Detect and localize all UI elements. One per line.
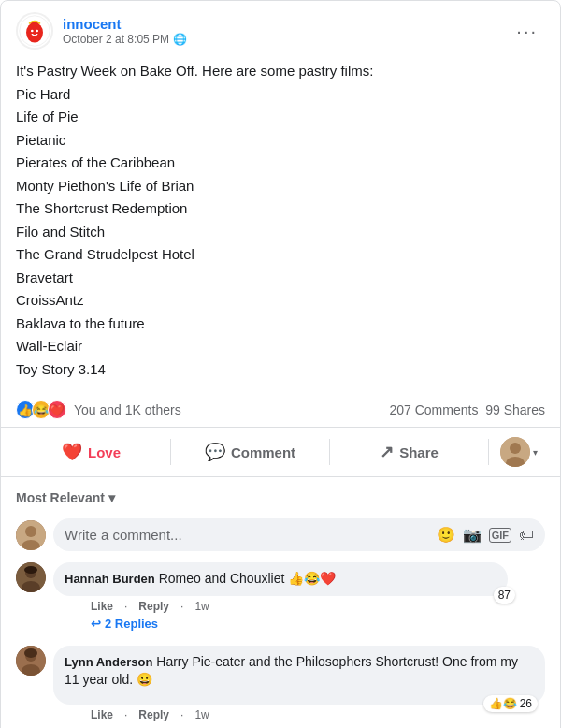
post-date: October 2 at 8:05 PM 🌐	[63, 33, 187, 46]
svg-point-5	[36, 30, 38, 33]
hannah-reaction-badge: 87	[494, 587, 515, 604]
hannah-name[interactable]: Hannah Burden	[65, 572, 155, 586]
love-emoji: ❤️	[48, 400, 66, 419]
film-item-11: Baklava to the future	[16, 313, 545, 335]
lynn-like-emoji: 👍😂	[489, 697, 517, 710]
dot-separator-4: ·	[180, 708, 183, 721]
share-label: Share	[399, 444, 439, 460]
action-bar: ❤️ Love 💬 Comment ↗ Share ▾	[1, 428, 560, 477]
gif-icon[interactable]: GIF	[489, 528, 511, 543]
post-header-left: innocent October 2 at 8:05 PM 🌐	[16, 12, 187, 50]
comments-filter[interactable]: Most Relevant ▾	[16, 485, 545, 511]
film-item-3: Pietanic	[16, 130, 545, 152]
film-item-12: Wall-Eclair	[16, 336, 545, 357]
profile-action-button[interactable]: ▾	[493, 431, 545, 473]
film-item-7: Filo and Stitch	[16, 222, 545, 243]
lynn-avatar	[16, 646, 46, 676]
divider-2	[329, 439, 330, 465]
film-item-4: Pierates of the Caribbean	[16, 153, 545, 174]
camera-icon[interactable]: 📷	[463, 526, 482, 544]
comment-item-hannah: Hannah Burden Romeo and Chouxliet 👍😂❤️ 8…	[16, 562, 545, 634]
post-intro: It's Pastry Week on Bake Off. Here are s…	[16, 61, 545, 82]
lynn-comment-bubble: Lynn Anderson Harry Pie-eater and the Ph…	[53, 646, 545, 705]
film-item-10: CroissAntz	[16, 290, 545, 312]
lynn-comment-actions: Like · Reply · 1w	[91, 708, 545, 728]
comments-count[interactable]: 207 Comments	[389, 402, 478, 417]
svg-point-19	[24, 648, 37, 658]
hannah-reaction-count: 87	[498, 589, 511, 602]
brand-avatar[interactable]	[16, 12, 53, 50]
emoji-icon[interactable]: 🙂	[437, 526, 455, 544]
share-icon: ↗	[380, 442, 394, 462]
post-card: innocent October 2 at 8:05 PM 🌐 ··· It's…	[0, 0, 561, 728]
sticker-icon[interactable]: 🏷	[519, 527, 534, 544]
film-item-1: Pie Hard	[16, 84, 545, 106]
hannah-reply-link[interactable]: Reply	[138, 600, 169, 613]
reactions-bar: 👍 😂 ❤️ You and 1K others 207 Comments 99…	[1, 393, 560, 428]
film-list: Pie Hard Life of Pie Pietanic Pierates o…	[16, 84, 545, 381]
love-label: Love	[88, 444, 121, 460]
comment-input-row: Write a comment... 🙂 📷 GIF 🏷	[16, 518, 545, 551]
svg-point-10	[25, 526, 36, 537]
globe-icon: 🌐	[173, 33, 187, 46]
reaction-count: You and 1K others	[74, 402, 181, 417]
replies-toggle[interactable]: ↩ 2 Replies	[91, 617, 545, 631]
film-item-9: Bravetart	[16, 268, 545, 289]
lynn-time: 1w	[194, 708, 209, 721]
lynn-name[interactable]: Lynn Anderson	[65, 655, 152, 669]
comment-icon: 💬	[205, 442, 225, 462]
svg-point-4	[31, 30, 34, 33]
replies-count: 2 Replies	[105, 617, 158, 631]
hannah-text: Romeo and Chouxliet	[159, 571, 289, 586]
lynn-like-link[interactable]: Like	[91, 708, 113, 721]
more-options-button[interactable]: ···	[509, 17, 545, 46]
commenter-avatar	[16, 520, 46, 550]
film-item-13: Toy Story 3.14	[16, 359, 545, 381]
filter-label: Most Relevant	[16, 490, 105, 505]
share-button[interactable]: ↗ Share	[334, 434, 484, 470]
comment-item-lynn: Lynn Anderson Harry Pie-eater and the Ph…	[16, 646, 545, 728]
lynn-reply-link[interactable]: Reply	[138, 708, 169, 721]
hannah-comment-bubble: Hannah Burden Romeo and Chouxliet 👍😂❤️ 8…	[53, 562, 508, 596]
comment-placeholder: Write a comment...	[65, 527, 182, 543]
shares-count[interactable]: 99 Shares	[485, 402, 545, 417]
post-author[interactable]: innocent	[63, 16, 187, 33]
lynn-reaction-count: 26	[520, 697, 532, 710]
filter-chevron-icon: ▾	[108, 490, 115, 505]
lynn-reaction-badge: 👍😂 26	[483, 695, 538, 712]
heart-icon: ❤️	[62, 442, 82, 462]
user-mini-avatar	[500, 437, 530, 467]
comment-input-box[interactable]: Write a comment... 🙂 📷 GIF 🏷	[53, 518, 545, 551]
comment-input-icons: 🙂 📷 GIF 🏷	[437, 526, 534, 544]
reply-arrow-icon: ↩	[91, 617, 101, 631]
dot-separator-1: ·	[124, 600, 127, 613]
dot-separator-3: ·	[124, 708, 127, 721]
comment-button[interactable]: 💬 Comment	[175, 434, 325, 470]
hannah-comment-actions: Like · Reply · 1w	[91, 600, 545, 613]
comment-label: Comment	[231, 444, 295, 460]
emoji-stack: 👍 😂 ❤️	[16, 400, 66, 419]
divider-3	[488, 439, 489, 465]
comments-section: Most Relevant ▾ Write a comment... 🙂 📷 G…	[1, 477, 560, 728]
film-item-5: Monty Piethon's Life of Brian	[16, 176, 545, 197]
divider-1	[170, 439, 171, 465]
post-stats-right: 207 Comments 99 Shares	[389, 402, 545, 417]
svg-point-15	[24, 566, 37, 574]
film-item-2: Life of Pie	[16, 107, 545, 128]
svg-point-7	[510, 443, 521, 454]
hannah-reaction-emojis: 👍😂❤️	[288, 571, 336, 586]
chevron-down-icon: ▾	[533, 447, 538, 458]
dot-separator-2: ·	[180, 600, 183, 613]
post-body: It's Pastry Week on Bake Off. Here are s…	[1, 50, 560, 393]
love-button[interactable]: ❤️ Love	[16, 434, 166, 470]
reaction-icons[interactable]: 👍 😂 ❤️ You and 1K others	[16, 400, 181, 419]
hannah-like-link[interactable]: Like	[91, 600, 113, 613]
film-item-8: The Grand Strudelpest Hotel	[16, 244, 545, 266]
post-meta: innocent October 2 at 8:05 PM 🌐	[63, 16, 187, 46]
hannah-time: 1w	[194, 600, 209, 613]
hannah-avatar	[16, 562, 46, 592]
post-header: innocent October 2 at 8:05 PM 🌐 ···	[1, 1, 560, 50]
film-item-6: The Shortcrust Redemption	[16, 198, 545, 220]
